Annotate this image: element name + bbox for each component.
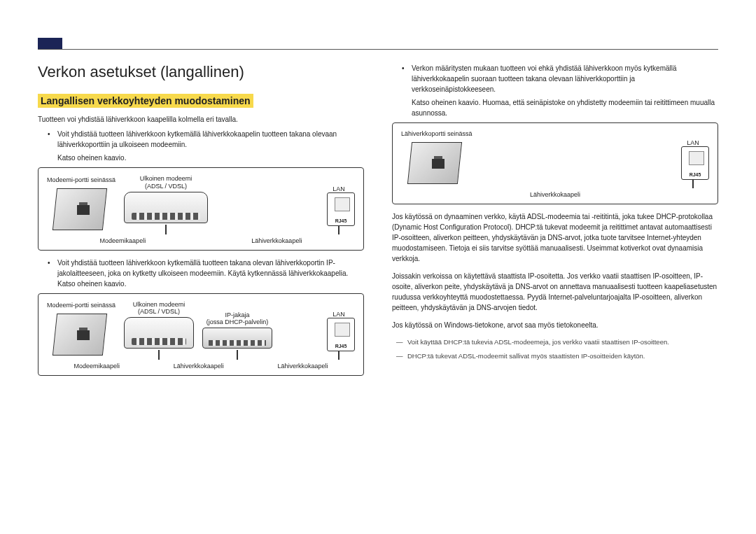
page-columns: Verkon asetukset (langallinen) Langallis…	[38, 63, 718, 383]
rj45-icon: RJ45	[681, 146, 709, 180]
bullet-text: Verkon määritysten mukaan tuotteen voi e…	[412, 64, 677, 93]
paragraph-dhcp: Jos käytössä on dynaaminen verkko, käytä…	[392, 211, 718, 264]
wall-label: Modeemi-portti seinässä	[47, 176, 115, 184]
diagram-modem-direct: Modeemi-portti seinässä Ulkoinen modeemi…	[38, 167, 364, 251]
modem-icon	[124, 317, 194, 349]
bullet-item: Voit yhdistää tuotteen lähiverkkoon kytk…	[52, 129, 364, 163]
cable-label: Lähiverkkokaapeli	[278, 363, 328, 370]
wall-label: Modeemi-portti seinässä	[47, 302, 115, 309]
lan-label: LAN	[332, 311, 345, 318]
cable-label: Modeemikaapeli	[100, 237, 146, 244]
section-heading: Langallisen verkkoyhteyden muodostaminen	[38, 94, 253, 108]
bullet-item: Voit yhdistää tuotteen lähiverkkoon kytk…	[52, 258, 364, 289]
modem-label: Ulkoinen modeemi (ADSL / VDSL)	[133, 301, 186, 316]
bullet-subtext: Katso oheinen kaavio. Huomaa, että seinä…	[412, 97, 718, 118]
note-item: DHCP:tä tukevat ADSL-modeemit sallivat m…	[400, 351, 718, 361]
bullet-item: Verkon määritysten mukaan tuotteen voi e…	[406, 63, 718, 118]
header-rule	[38, 49, 718, 50]
cable-label: Lähiverkkokaapeli	[401, 191, 709, 198]
cable-label: Modeemikaapeli	[74, 363, 120, 370]
intro-text: Tuotteen voi yhdistää lähiverkkoon kaape…	[38, 115, 364, 125]
rj45-icon: RJ45	[327, 192, 355, 226]
bullet-text: Voit yhdistää tuotteen lähiverkkoon kytk…	[57, 259, 348, 288]
note-item: Voit käyttää DHCP:tä tukevia ADSL-modeem…	[400, 337, 718, 347]
wall-plate-icon	[52, 311, 111, 360]
bullet-text: Voit yhdistää tuotteen lähiverkkoon kytk…	[57, 130, 337, 148]
modem-icon	[124, 192, 208, 223]
bullet-subtext: Katso oheinen kaavio.	[57, 153, 364, 163]
modem-label: Ulkoinen modeemi (ADSL / VDSL)	[140, 175, 192, 190]
lan-label: LAN	[332, 185, 345, 192]
wall-port-label: Lähiverkkoportti seinässä	[401, 130, 472, 138]
diagram-ip-sharer: Modeemi-portti seinässä Ulkoinen modeemi…	[38, 293, 364, 377]
rj45-icon: RJ45	[327, 318, 355, 351]
right-column: Verkon määritysten mukaan tuotteen voi e…	[392, 63, 718, 383]
wall-plate-icon	[407, 139, 466, 188]
ip-sharer-icon	[202, 328, 272, 349]
splitter-label: IP-jakaja (jossa DHCP-palvelin)	[206, 311, 269, 327]
cable-label: Lähiverkkokaapeli	[251, 237, 302, 244]
paragraph-windows: Jos käytössä on Windows-tietokone, arvot…	[392, 320, 718, 330]
header-accent	[38, 38, 62, 50]
cable-label: Lähiverkkokaapeli	[174, 363, 224, 370]
diagram-wall-direct: Lähiverkkoportti seinässä LAN RJ45 Lähiv…	[392, 122, 718, 204]
paragraph-static: Joissakin verkoissa on käytettävä staatt…	[392, 271, 718, 313]
wall-plate-icon	[52, 185, 111, 234]
page-title: Verkon asetukset (langallinen)	[38, 63, 364, 81]
lan-label: LAN	[687, 139, 699, 146]
left-column: Verkon asetukset (langallinen) Langallis…	[38, 63, 364, 383]
